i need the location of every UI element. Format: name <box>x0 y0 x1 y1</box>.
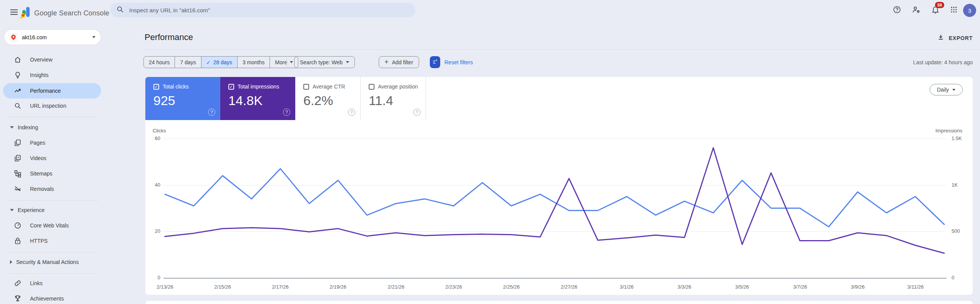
chevron-down-icon <box>290 61 293 63</box>
range-chip-7-days[interactable]: 7 days <box>175 57 201 68</box>
chart-x-axis-line <box>163 278 947 279</box>
metric-tile-average-position[interactable]: Average position 11.4 ? <box>361 77 426 120</box>
range-chip-24-hours[interactable]: 24 hours <box>144 57 175 68</box>
left-axis-title: Clicks <box>153 128 166 134</box>
left-axis-tick-label: 20 <box>146 228 160 234</box>
x-axis-date-label: 2/15/26 <box>214 284 231 290</box>
help-icon[interactable]: ? <box>348 109 355 116</box>
hamburger-menu-button[interactable] <box>6 5 22 20</box>
sidebar-item-pages[interactable]: Pages <box>3 135 101 150</box>
collapse-triangle-icon <box>10 126 14 129</box>
metric-label: Total impressions <box>238 84 279 90</box>
notifications-count-badge: 59 <box>935 2 944 8</box>
search-placeholder: Inspect any URL in "akt16.com" <box>129 7 210 13</box>
saved-filters-button[interactable] <box>430 56 440 68</box>
metric-label: Total clicks <box>163 84 189 90</box>
metric-value: 14.8K <box>228 93 263 108</box>
section-security-manual-actions[interactable]: Security & Manual Actions <box>3 257 101 267</box>
sidebar-item-links[interactable]: Links <box>3 276 101 291</box>
x-axis-date-label: 2/13/26 <box>156 284 173 290</box>
sidebar-item-insights[interactable]: Insights <box>3 67 101 83</box>
videos-icon <box>14 154 22 162</box>
checkbox-checked-icon[interactable] <box>228 84 234 90</box>
hamburger-icon <box>10 9 18 17</box>
sidebar-item-core-web-vitals[interactable]: Core Web Vitals <box>3 218 101 233</box>
chevron-down-icon <box>952 89 955 91</box>
chevron-down-icon <box>346 61 349 63</box>
performance-trend-icon <box>14 87 22 95</box>
plus-icon <box>384 58 389 66</box>
sidebar-item-overview[interactable]: Overview <box>3 52 101 67</box>
account-avatar[interactable]: 3 <box>963 4 976 17</box>
sidebar-item-performance[interactable]: Performance <box>3 83 101 99</box>
search-type-chip[interactable]: Search type: Web <box>294 56 355 68</box>
add-filter-chip[interactable]: Add filter <box>379 56 419 68</box>
range-chip-3-months[interactable]: 3 months <box>237 57 270 68</box>
help-icon[interactable]: ? <box>283 109 290 116</box>
sidebar-item-label: Insights <box>30 72 48 78</box>
sidebar-item-sitemaps[interactable]: Sitemaps <box>3 166 101 181</box>
series-line-impressions <box>165 148 944 253</box>
export-button[interactable]: EXPORT <box>937 34 973 42</box>
help-icon[interactable]: ? <box>413 109 421 116</box>
url-inspect-search-input[interactable]: Inspect any URL in "akt16.com" <box>110 3 415 17</box>
metric-label: Average position <box>378 84 418 90</box>
sidebar-item-label: Pages <box>30 140 45 146</box>
checkbox-checked-icon[interactable] <box>153 84 159 90</box>
google-apps-button[interactable] <box>946 3 962 18</box>
help-icon <box>893 5 901 15</box>
metric-tile-average-ctr[interactable]: Average CTR 6.2% ? <box>295 77 361 120</box>
check-icon <box>206 59 211 65</box>
removals-eye-off-icon <box>14 185 22 193</box>
section-indexing[interactable]: Indexing <box>3 122 101 132</box>
divider <box>7 117 98 117</box>
metric-tile-total-clicks[interactable]: Total clicks 925 ? <box>145 77 220 120</box>
chip-label: Add filter <box>392 59 413 65</box>
search-icon <box>116 6 124 15</box>
section-experience[interactable]: Experience <box>3 205 101 215</box>
sidebar-item-label: HTTPS <box>30 238 48 244</box>
site-favicon <box>10 33 17 41</box>
chart-series-lines <box>163 139 947 278</box>
sidebar-item-achievements[interactable]: Achievements <box>3 291 101 304</box>
section-header-label: Security & Manual Actions <box>16 259 79 265</box>
search-console-logo-icon <box>20 6 30 20</box>
metric-tile-total-impressions[interactable]: Total impressions 14.8K ? <box>220 77 295 120</box>
sidebar-item-https[interactable]: HTTPS <box>3 233 101 249</box>
chip-label: 24 hours <box>149 59 170 65</box>
sidebar-item-label: Performance <box>30 88 61 94</box>
right-axis-tick-label: 500 <box>952 228 960 234</box>
filter-sparkle-icon <box>432 58 438 66</box>
page-title: Performance <box>145 32 193 42</box>
app-title: Google Search Console <box>34 9 109 17</box>
reset-filters-link[interactable]: Reset filters <box>444 56 473 68</box>
sitemaps-icon <box>14 170 22 177</box>
granularity-label: Daily <box>937 87 949 93</box>
x-axis-date-label: 2/27/26 <box>561 284 577 290</box>
sidebar-item-url-inspection[interactable]: URL inspection <box>3 98 101 114</box>
x-axis-date-label: 2/17/26 <box>272 284 288 290</box>
sidebar-item-videos[interactable]: Videos <box>3 150 101 166</box>
sidebar-item-removals[interactable]: Removals <box>3 181 101 197</box>
help-button[interactable] <box>889 3 905 18</box>
achievements-trophy-icon <box>14 295 22 302</box>
app-logo[interactable]: Google Search Console <box>20 6 109 20</box>
settings-users-button[interactable] <box>908 3 924 18</box>
x-axis-date-label: 3/11/26 <box>907 284 923 290</box>
chip-label: 7 days <box>180 59 196 65</box>
x-axis-date-label: 3/5/26 <box>735 284 749 290</box>
metric-value: 925 <box>153 93 175 108</box>
next-section-card-edge <box>145 301 973 304</box>
divider <box>7 273 98 274</box>
expand-triangle-icon <box>10 260 12 264</box>
checkbox-unchecked-icon[interactable] <box>369 84 374 90</box>
property-selector[interactable]: akt16.com <box>4 29 101 45</box>
left-axis-tick-label: 0 <box>146 275 160 281</box>
right-axis-tick-label: 1.5K <box>952 135 962 141</box>
metric-label: Average CTR <box>313 84 345 90</box>
checkbox-unchecked-icon[interactable] <box>303 84 309 90</box>
range-chip-28-days-selected[interactable]: 28 days <box>201 57 237 68</box>
granularity-dropdown[interactable]: Daily <box>930 84 963 95</box>
help-icon[interactable]: ? <box>208 109 215 116</box>
chip-label: Search type: Web <box>300 59 343 65</box>
